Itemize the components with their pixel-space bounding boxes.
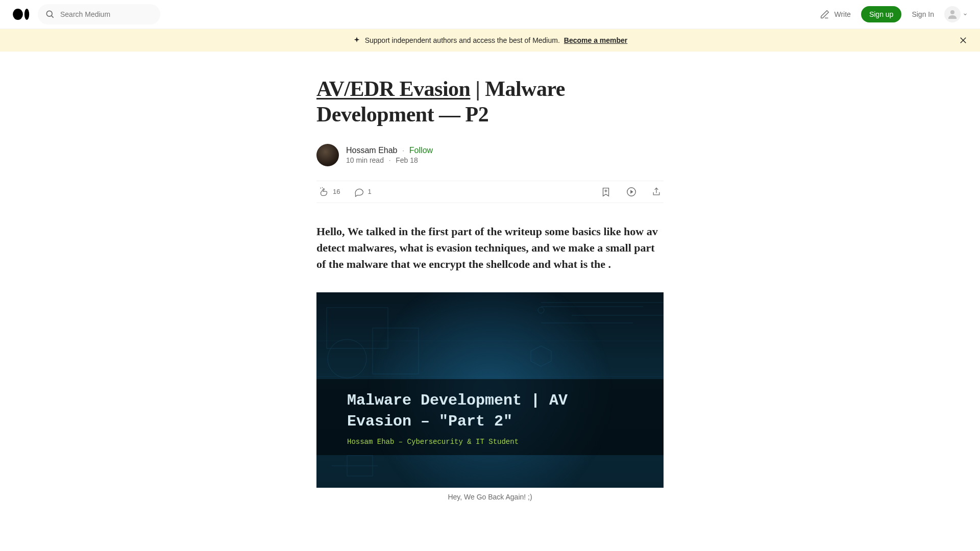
article: AV/EDR Evasion | Malware Development — P…	[316, 52, 664, 501]
bookmark-button[interactable]	[600, 186, 611, 197]
hero-image: Malware Development | AV Evasion – "Part…	[316, 292, 664, 488]
logo-ellipse-small	[24, 9, 29, 20]
share-button[interactable]	[651, 187, 662, 197]
avatar-placeholder	[944, 6, 961, 22]
become-member-link[interactable]: Become a member	[564, 36, 628, 44]
search-input[interactable]	[60, 10, 153, 18]
article-title: AV/EDR Evasion | Malware Development — P…	[316, 76, 664, 128]
svg-point-18	[538, 307, 544, 313]
hero-text-overlay: Malware Development | AV Evasion – "Part…	[316, 379, 664, 455]
header-right: Write Sign up Sign In	[819, 6, 968, 22]
share-icon	[651, 187, 662, 197]
author-row: Hossam Ehab · Follow 10 min read · Feb 1…	[316, 144, 664, 166]
responses-count: 1	[368, 188, 371, 195]
sparkle-icon	[353, 36, 361, 44]
logo-ellipse-large	[13, 9, 23, 20]
clap-count: 16	[333, 188, 340, 195]
search-icon	[45, 9, 55, 19]
read-time: 10 min read	[346, 156, 384, 164]
author-name[interactable]: Hossam Ehab	[346, 146, 398, 155]
play-circle-icon	[626, 186, 637, 197]
publish-date: Feb 18	[396, 156, 418, 164]
author-meta: Hossam Ehab · Follow 10 min read · Feb 1…	[346, 146, 433, 164]
close-icon	[959, 36, 968, 45]
signin-button[interactable]: Sign In	[912, 10, 934, 18]
svg-point-2	[950, 10, 954, 14]
hero-caption: Hey, We Go Back Again! ;)	[316, 493, 664, 501]
write-icon	[819, 9, 830, 20]
separator-dot: ·	[389, 157, 390, 164]
profile-menu[interactable]	[944, 6, 968, 22]
svg-marker-19	[531, 346, 551, 366]
medium-logo[interactable]	[12, 9, 30, 20]
write-label: Write	[835, 10, 851, 18]
comment-icon	[354, 187, 364, 197]
membership-banner: Support independent authors and access t…	[0, 29, 980, 52]
author-avatar[interactable]	[316, 144, 339, 166]
svg-rect-12	[373, 328, 419, 374]
header: Write Sign up Sign In	[0, 0, 980, 29]
svg-point-0	[46, 11, 52, 16]
listen-button[interactable]	[626, 186, 637, 197]
title-underlined-part: AV/EDR Evasion	[316, 77, 470, 101]
follow-button[interactable]: Follow	[409, 146, 433, 155]
bookmark-add-icon	[600, 186, 611, 197]
separator-dot: ·	[403, 147, 404, 154]
banner-text: Support independent authors and access t…	[365, 36, 560, 44]
action-bar: 16 1	[316, 181, 664, 203]
banner-close-button[interactable]	[959, 36, 968, 45]
signup-button[interactable]: Sign up	[861, 6, 901, 22]
write-button[interactable]: Write	[819, 9, 851, 20]
article-intro: Hello, We talked in the first part of th…	[316, 223, 664, 272]
chevron-down-icon	[963, 12, 968, 17]
hero-title: Malware Development | AV Evasion – "Part…	[347, 390, 633, 432]
hero-figure: Malware Development | AV Evasion – "Part…	[316, 292, 664, 501]
search-box[interactable]	[38, 4, 160, 24]
svg-line-5	[321, 188, 321, 189]
clap-icon	[318, 186, 330, 197]
svg-marker-10	[630, 190, 633, 193]
clap-button[interactable]: 16	[318, 186, 340, 197]
hero-subtitle: Hossam Ehab – Cybersecurity & IT Student	[347, 438, 633, 446]
svg-line-1	[52, 16, 54, 18]
responses-button[interactable]: 1	[354, 187, 371, 197]
svg-point-13	[328, 339, 366, 378]
